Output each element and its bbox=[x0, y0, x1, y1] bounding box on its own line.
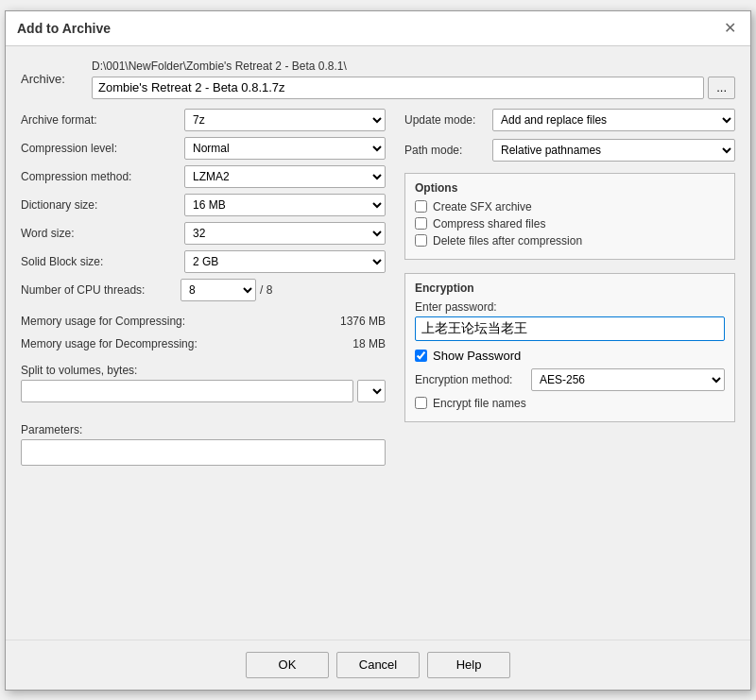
archive-label: Archive: bbox=[21, 72, 82, 86]
memory-decompress-value: 18 MB bbox=[210, 337, 386, 350]
create-sfx-checkbox[interactable] bbox=[415, 200, 427, 213]
word-size-label: Word size: bbox=[21, 227, 177, 240]
encrypt-names-checkbox[interactable] bbox=[415, 397, 427, 409]
cpu-threads-label: Number of CPU threads: bbox=[21, 283, 177, 297]
compress-shared-checkbox[interactable] bbox=[415, 217, 427, 230]
memory-decompress-label: Memory usage for Decompressing: bbox=[21, 337, 210, 350]
update-mode-label: Update mode: bbox=[404, 113, 485, 127]
cpu-threads-max: / 8 bbox=[260, 283, 386, 297]
encryption-box: Encryption Enter password: Show Password… bbox=[404, 273, 735, 422]
split-input[interactable] bbox=[21, 380, 353, 402]
dialog-title: Add to Archive bbox=[17, 21, 111, 36]
archive-format-row: Archive format: 7z bbox=[21, 109, 386, 131]
delete-files-option: Delete files after compression bbox=[415, 234, 725, 248]
split-section: Split to volumes, bytes: bbox=[21, 364, 386, 402]
memory-compress-row: Memory usage for Compressing: 1376 MB bbox=[21, 315, 386, 328]
create-sfx-label[interactable]: Create SFX archive bbox=[433, 200, 532, 213]
path-mode-row: Path mode: Relative pathnames bbox=[404, 139, 735, 162]
compression-method-label: Compression method: bbox=[21, 170, 177, 183]
memory-decompress-row: Memory usage for Decompressing: 18 MB bbox=[21, 337, 386, 350]
show-password-label[interactable]: Show Password bbox=[433, 349, 521, 363]
solid-block-row: Solid Block size: 2 GB bbox=[21, 250, 386, 273]
compression-method-select[interactable]: LZMA2 bbox=[184, 165, 386, 188]
update-mode-select[interactable]: Add and replace files bbox=[492, 109, 735, 131]
compress-shared-option: Compress shared files bbox=[415, 217, 725, 230]
help-button[interactable]: Help bbox=[427, 652, 510, 678]
dialog-body: Archive: D:\001\NewFolder\Zombie's Retre… bbox=[6, 46, 750, 640]
split-input-row bbox=[21, 380, 386, 402]
add-to-archive-dialog: Add to Archive ✕ Archive: D:\001\NewFold… bbox=[5, 10, 751, 691]
update-mode-row: Update mode: Add and replace files bbox=[404, 109, 735, 131]
solid-block-select[interactable]: 2 GB bbox=[184, 250, 386, 273]
archive-format-select[interactable]: 7z bbox=[184, 109, 386, 131]
browse-button[interactable]: ... bbox=[708, 77, 735, 99]
encryption-title: Encryption bbox=[415, 282, 725, 295]
left-column: Archive format: 7z Compression level: No… bbox=[21, 109, 404, 626]
archive-input-row: ... bbox=[92, 77, 735, 99]
cancel-button[interactable]: Cancel bbox=[336, 652, 420, 678]
delete-files-checkbox[interactable] bbox=[415, 234, 427, 247]
archive-row: Archive: D:\001\NewFolder\Zombie's Retre… bbox=[21, 60, 735, 99]
show-password-row: Show Password bbox=[415, 349, 725, 363]
columns: Archive format: 7z Compression level: No… bbox=[21, 109, 735, 626]
split-label: Split to volumes, bytes: bbox=[21, 364, 386, 377]
archive-path: D:\001\NewFolder\Zombie's Retreat 2 - Be… bbox=[92, 60, 735, 73]
split-unit-select[interactable] bbox=[357, 380, 386, 402]
params-input[interactable] bbox=[21, 439, 386, 466]
params-section: Parameters: bbox=[21, 416, 386, 466]
compression-level-row: Compression level: Normal bbox=[21, 137, 386, 160]
encrypt-names-label[interactable]: Encrypt file names bbox=[433, 397, 526, 410]
archive-format-label: Archive format: bbox=[21, 113, 177, 127]
memory-compress-label: Memory usage for Compressing: bbox=[21, 315, 210, 328]
dictionary-size-select[interactable]: 16 MB bbox=[184, 194, 386, 216]
show-password-checkbox[interactable] bbox=[415, 350, 427, 362]
word-size-select[interactable]: 32 bbox=[184, 222, 386, 245]
compress-shared-label[interactable]: Compress shared files bbox=[433, 217, 545, 230]
dialog-footer: OK Cancel Help bbox=[6, 640, 750, 690]
word-size-row: Word size: 32 bbox=[21, 222, 386, 245]
path-mode-select[interactable]: Relative pathnames bbox=[492, 139, 735, 162]
create-sfx-option: Create SFX archive bbox=[415, 200, 725, 213]
dictionary-size-label: Dictionary size: bbox=[21, 198, 177, 212]
options-title: Options bbox=[415, 181, 725, 195]
compression-level-label: Compression level: bbox=[21, 142, 177, 155]
password-input[interactable] bbox=[415, 316, 725, 341]
close-button[interactable]: ✕ bbox=[720, 19, 739, 38]
params-label: Parameters: bbox=[21, 423, 386, 436]
encryption-method-select[interactable]: AES-256 bbox=[531, 368, 725, 391]
title-bar: Add to Archive ✕ bbox=[6, 11, 750, 46]
encryption-method-label: Encryption method: bbox=[415, 373, 524, 386]
path-mode-label: Path mode: bbox=[404, 144, 485, 157]
encrypt-names-option: Encrypt file names bbox=[415, 397, 725, 410]
memory-compress-value: 1376 MB bbox=[210, 315, 386, 328]
cpu-threads-select[interactable]: 8 bbox=[180, 279, 256, 301]
cpu-threads-row: Number of CPU threads: 8 / 8 bbox=[21, 279, 386, 301]
archive-path-col: D:\001\NewFolder\Zombie's Retreat 2 - Be… bbox=[92, 60, 735, 99]
delete-files-label[interactable]: Delete files after compression bbox=[433, 234, 582, 248]
archive-filename-input[interactable] bbox=[92, 77, 704, 99]
ok-button[interactable]: OK bbox=[246, 652, 329, 678]
options-box: Options Create SFX archive Compress shar… bbox=[404, 173, 735, 260]
enter-password-label: Enter password: bbox=[415, 300, 725, 314]
compression-method-row: Compression method: LZMA2 bbox=[21, 165, 386, 188]
encryption-method-row: Encryption method: AES-256 bbox=[415, 368, 725, 391]
dictionary-size-row: Dictionary size: 16 MB bbox=[21, 194, 386, 216]
right-column: Update mode: Add and replace files Path … bbox=[404, 109, 735, 626]
compression-level-select[interactable]: Normal bbox=[184, 137, 386, 160]
solid-block-label: Solid Block size: bbox=[21, 255, 177, 268]
